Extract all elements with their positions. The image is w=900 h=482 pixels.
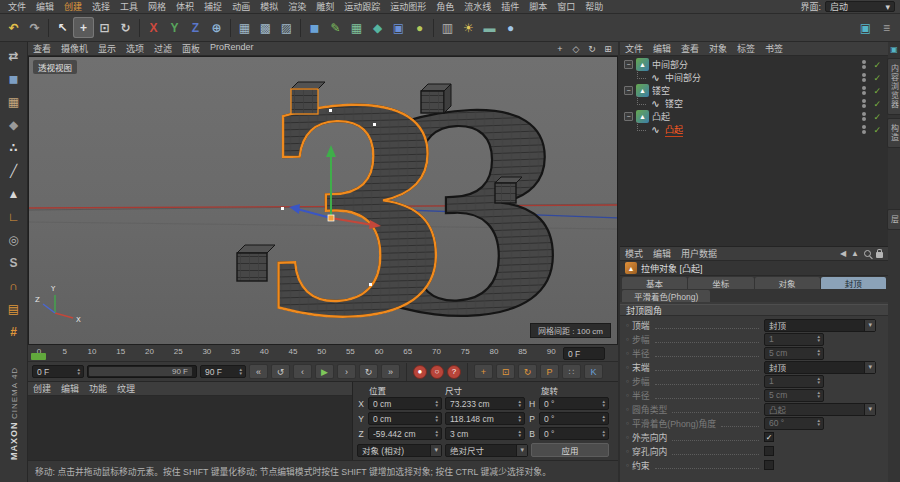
rotation-field[interactable]: 0 °▲▼ [539, 427, 609, 440]
stepper-icon[interactable]: ▲▼ [518, 430, 522, 438]
timeline-tick[interactable]: 25 [174, 347, 183, 356]
expander-icon[interactable]: − [624, 60, 633, 69]
viewport-menu-item[interactable]: 查看 [28, 42, 56, 55]
tab-phong[interactable]: 平滑着色(Phong) [622, 290, 710, 302]
right-strip-tab[interactable]: 内容浏览器 [887, 58, 900, 115]
render-settings-icon[interactable]: ▨ [276, 17, 297, 38]
animation-dot-icon[interactable]: ○ [626, 462, 629, 468]
panel-menu-icon[interactable]: ▣ [890, 45, 898, 54]
current-frame-field[interactable]: 0 F ▲▼ [32, 365, 84, 378]
timeline-tick[interactable]: 20 [145, 347, 154, 356]
undo-icon[interactable]: ↶ [3, 17, 24, 38]
viewport-menu-item[interactable]: ProRender [205, 42, 259, 55]
animation-dot-icon[interactable]: ○ [626, 322, 629, 328]
enabled-check-icon[interactable]: ✓ [873, 99, 881, 109]
animation-dot-icon[interactable]: ○ [626, 378, 629, 384]
menubar-item[interactable]: 模拟 [255, 0, 283, 13]
stepper-icon[interactable]: ▲▼ [602, 430, 606, 438]
animation-dot-icon[interactable]: ○ [626, 448, 629, 454]
next-frame-button[interactable]: › [337, 364, 356, 379]
material-menu-item[interactable]: 功能 [84, 382, 112, 395]
menubar-item[interactable]: 窗口 [552, 0, 580, 13]
menubar-item[interactable]: 运动跟踪 [339, 0, 385, 13]
floor-icon[interactable]: ▬ [479, 17, 500, 38]
record-scale-toggle[interactable]: ⊡ [496, 364, 515, 379]
menubar-item[interactable]: 运动图形 [385, 0, 431, 13]
cube-primitive-icon[interactable]: ◼ [304, 17, 325, 38]
timeline-tick[interactable]: 30 [202, 347, 211, 356]
stepper-icon[interactable]: ▲▼ [435, 415, 439, 423]
size-field[interactable]: 3 cm▲▼ [445, 427, 525, 440]
attribute-menu-item[interactable]: 模式 [620, 247, 648, 260]
attribute-dropdown[interactable]: 封顶▾ [764, 361, 876, 374]
goto-start-button[interactable]: « [249, 364, 268, 379]
stepper-icon[interactable]: ▲▼ [239, 368, 243, 376]
previous-frame-button[interactable]: ‹ [293, 364, 312, 379]
timeline-tick[interactable]: 5 [62, 347, 68, 356]
object-manager-menu-item[interactable]: 书签 [760, 42, 788, 55]
visibility-dots-icon[interactable] [862, 86, 866, 95]
expander-icon[interactable]: − [624, 112, 633, 121]
search-icon[interactable] [864, 250, 871, 257]
attribute-menu-item[interactable]: 用户数据 [676, 247, 722, 260]
history-up-icon[interactable]: ▲ [851, 249, 859, 258]
menubar-item[interactable]: 流水线 [459, 0, 496, 13]
object-tree-row[interactable]: −▲镂空✓ [620, 84, 888, 97]
position-field[interactable]: 0 cm▲▼ [368, 412, 442, 425]
object-manager-menu-item[interactable]: 查看 [676, 42, 704, 55]
record-position-toggle[interactable]: + [474, 364, 493, 379]
redo-icon[interactable]: ↷ [24, 17, 45, 38]
orbit-view-icon[interactable]: ↻ [585, 42, 599, 56]
menubar-item[interactable]: 角色 [431, 0, 459, 13]
expander-icon[interactable]: − [624, 86, 633, 95]
menubar-item[interactable]: 网格 [143, 0, 171, 13]
workplane-lock-icon[interactable]: ▤ [2, 298, 26, 319]
timeline-tick[interactable]: 80 [489, 347, 498, 356]
render-picture-viewer-icon[interactable]: ▩ [255, 17, 276, 38]
position-field[interactable]: -59.442 cm▲▼ [368, 427, 442, 440]
menubar-item[interactable]: 文件 [3, 0, 31, 13]
enabled-check-icon[interactable]: ✓ [873, 125, 881, 135]
timeline-tick[interactable]: 70 [432, 347, 441, 356]
texture-mode-icon[interactable]: ▦ [2, 91, 26, 112]
model-left-3[interactable]: 3 3 [259, 57, 454, 345]
timeline-tick[interactable]: 65 [403, 347, 412, 356]
menubar-item[interactable]: 工具 [115, 0, 143, 13]
lock-icon[interactable] [876, 252, 883, 258]
stepper-icon[interactable]: ▲▼ [817, 335, 821, 343]
play-forwards-button[interactable]: ▶ [315, 364, 334, 379]
size-field[interactable]: 73.233 cm▲▼ [445, 397, 525, 410]
workplane-mode-icon[interactable]: ◆ [2, 114, 26, 135]
stepper-icon[interactable]: ▲▼ [817, 419, 821, 427]
material-menu-item[interactable]: 编辑 [56, 382, 84, 395]
points-mode-icon[interactable]: ∴ [2, 137, 26, 158]
apply-button[interactable]: 应用 [531, 443, 609, 457]
menubar-item[interactable]: 体积 [171, 0, 199, 13]
light-icon[interactable]: ☀ [458, 17, 479, 38]
menubar-item[interactable]: 捕捉 [199, 0, 227, 13]
menubar-item[interactable]: 渲染 [283, 0, 311, 13]
record-parameter-toggle[interactable]: P [540, 364, 559, 379]
make-editable-icon[interactable]: ⇄ [2, 45, 26, 66]
coordinate-system-icon[interactable]: ⊕ [206, 17, 227, 38]
spline-pen-icon[interactable]: ✎ [325, 17, 346, 38]
viewport-menu-item[interactable]: 摄像机 [56, 42, 93, 55]
attribute-checkbox[interactable]: ✓ [764, 432, 774, 442]
current-frame-marker[interactable] [31, 353, 46, 360]
enabled-check-icon[interactable]: ✓ [873, 112, 881, 122]
sky-icon[interactable]: ● [500, 17, 521, 38]
tab-封顶[interactable]: 封顶 [821, 277, 886, 289]
toggle-views-icon[interactable]: ⊞ [601, 42, 615, 56]
timeline-tick[interactable]: 90 [547, 347, 556, 356]
viewport-menu-item[interactable]: 面板 [177, 42, 205, 55]
lock-x-axis-icon[interactable]: X [143, 17, 164, 38]
animation-dot-icon[interactable]: ○ [626, 420, 629, 426]
goto-end-button[interactable]: » [381, 364, 400, 379]
animation-dot-icon[interactable]: ○ [626, 336, 629, 342]
viewport-solo-icon[interactable]: ◎ [2, 229, 26, 250]
snap-mode-icon[interactable]: S [2, 252, 26, 273]
pan-view-icon[interactable]: + [553, 42, 567, 56]
timeline-tick[interactable]: 15 [116, 347, 125, 356]
animation-dot-icon[interactable]: ○ [626, 406, 629, 412]
right-strip-tab[interactable]: 构造 [887, 118, 900, 148]
